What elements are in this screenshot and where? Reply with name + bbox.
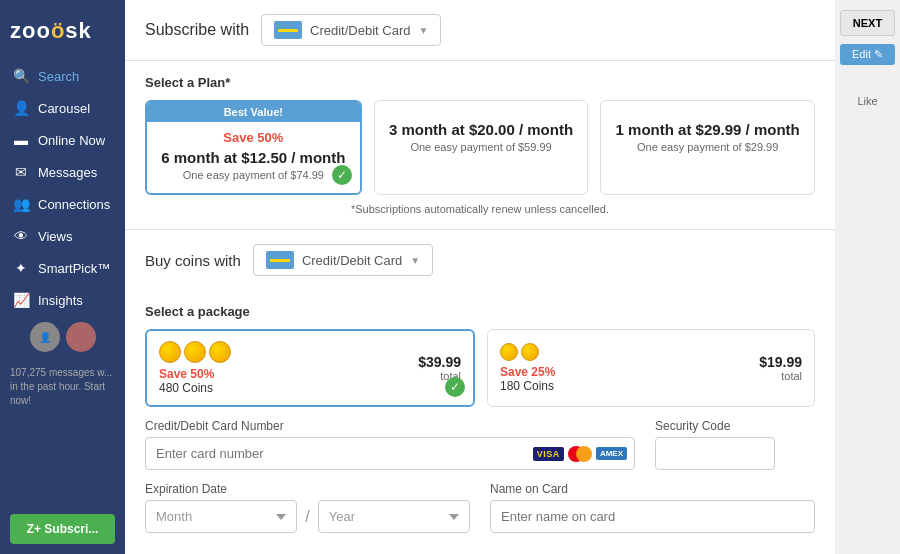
avatar-row: 👤 [20, 316, 106, 358]
package-coins-180: 180 Coins [500, 379, 555, 393]
package-price-180: $19.99 [759, 354, 802, 370]
online-now-icon: ▬ [12, 132, 30, 148]
package-left-480: Save 50% 480 Coins [159, 341, 231, 395]
logo: zooösk [10, 18, 115, 44]
coins-card-icon [266, 251, 294, 269]
insights-icon: 📈 [12, 292, 30, 308]
package-left-180: Save 25% 180 Coins [500, 343, 555, 393]
form-row-2: Expiration Date Month 01020304 05060708 … [145, 482, 815, 533]
main-content: Subscribe with Credit/Debit Card ▼ Selec… [125, 0, 835, 554]
subscribe-button[interactable]: Z+ Subscri... [10, 514, 115, 544]
sidebar-label-carousel: Carousel [38, 101, 90, 116]
card-icon [274, 21, 302, 39]
card-number-wrapper: VISA AMEX [145, 437, 635, 470]
expiry-label: Expiration Date [145, 482, 470, 496]
dropdown-arrow-icon: ▼ [418, 25, 428, 36]
plan-total-3month: One easy payment of $59.99 [387, 141, 576, 153]
messages-icon: ✉ [12, 164, 30, 180]
search-icon: 🔍 [12, 68, 30, 84]
sidebar: zooösk 🔍 Search 👤 Carousel ▬ Online Now … [0, 0, 125, 554]
sidebar-label-online: Online Now [38, 133, 105, 148]
coin-1 [159, 341, 181, 363]
security-code-label: Security Code [655, 419, 815, 433]
amex-logo: AMEX [596, 447, 627, 460]
auto-renew-notice: *Subscriptions automatically renew unles… [145, 203, 815, 215]
sidebar-item-search[interactable]: 🔍 Search [0, 60, 125, 92]
avatar: 👤 [30, 322, 60, 352]
sidebar-label-messages: Messages [38, 165, 97, 180]
coins-icons-180 [500, 343, 555, 361]
package-save-180: Save 25% [500, 365, 555, 379]
connections-icon: 👥 [12, 196, 30, 212]
coins-icons-480 [159, 341, 231, 363]
sidebar-label-insights: Insights [38, 293, 83, 308]
avatar2 [66, 322, 96, 352]
subscribe-payment-method: Credit/Debit Card [310, 23, 410, 38]
package-card-180[interactable]: Save 25% 180 Coins $19.99 total [487, 329, 815, 407]
subscribe-payment-selector[interactable]: Credit/Debit Card ▼ [261, 14, 441, 46]
month-select[interactable]: Month 01020304 05060708 09101112 [145, 500, 297, 533]
mastercard-logo [568, 446, 592, 462]
sidebar-item-smartpick[interactable]: ✦ SmartPick™ [0, 252, 125, 284]
sidebar-label-smartpick: SmartPick™ [38, 261, 110, 276]
plan-section-title: Select a Plan* [145, 75, 815, 90]
security-code-group: Security Code [655, 419, 815, 470]
selected-checkmark-6month: ✓ [332, 165, 352, 185]
name-on-card-input[interactable] [490, 500, 815, 533]
smartpick-icon: ✦ [12, 260, 30, 276]
package-total-180: total [759, 370, 802, 382]
security-code-input[interactable] [655, 437, 775, 470]
package-save-480: Save 50% [159, 367, 231, 381]
plan-card-1month[interactable]: 1 month at $29.99 / month One easy payme… [600, 100, 815, 195]
package-price-480: $39.99 [418, 354, 461, 370]
name-on-card-label: Name on Card [490, 482, 815, 496]
package-cards: Save 50% 480 Coins $39.99 total ✓ Save 2… [145, 329, 815, 407]
sidebar-item-views[interactable]: 👁 Views [0, 220, 125, 252]
next-button[interactable]: NEXT [840, 10, 895, 36]
expiry-group: Expiration Date Month 01020304 05060708 … [145, 482, 470, 533]
coin-s2 [521, 343, 539, 361]
coin-2 [184, 341, 206, 363]
logo-area: zooösk [0, 10, 125, 52]
edit-button[interactable]: Edit ✎ [840, 44, 895, 65]
user-messages-info: 107,275 messages w... in the past hour. … [0, 358, 125, 416]
plan-total-1month: One easy payment of $29.99 [613, 141, 802, 153]
form-row-1: Credit/Debit Card Number VISA AMEX Secur… [145, 419, 815, 470]
plan-card-6month[interactable]: Best Value! Save 50% 6 month at $12.50 /… [145, 100, 362, 195]
coins-payment-selector[interactable]: Credit/Debit Card ▼ [253, 244, 433, 276]
package-card-480[interactable]: Save 50% 480 Coins $39.99 total ✓ [145, 329, 475, 407]
views-icon: 👁 [12, 228, 30, 244]
sidebar-label-connections: Connections [38, 197, 110, 212]
plan-card-3month[interactable]: 3 month at $20.00 / month One easy payme… [374, 100, 589, 195]
year-select[interactable]: Year 202420252026 2027202820292030 [318, 500, 470, 533]
plan-cards: Best Value! Save 50% 6 month at $12.50 /… [145, 100, 815, 195]
card-number-label: Credit/Debit Card Number [145, 419, 635, 433]
save-label-6month: Save 50% [159, 130, 348, 145]
package-section-title: Select a package [145, 304, 815, 319]
sidebar-item-insights[interactable]: 📈 Insights [0, 284, 125, 316]
best-value-banner: Best Value! [147, 102, 360, 122]
sidebar-item-online-now[interactable]: ▬ Online Now [0, 124, 125, 156]
expiry-row: Month 01020304 05060708 09101112 / Year … [145, 500, 470, 533]
plan-price-1month: 1 month at $29.99 / month [613, 121, 802, 138]
coins-payment-method: Credit/Debit Card [302, 253, 402, 268]
subscribe-with-title: Subscribe with [145, 21, 249, 39]
sidebar-item-connections[interactable]: 👥 Connections [0, 188, 125, 220]
plan-total-6month: One easy payment of $74.99 [159, 169, 348, 181]
buy-coins-title: Buy coins with [145, 252, 241, 269]
mc-circle-orange [576, 446, 592, 462]
card-number-group: Credit/Debit Card Number VISA AMEX [145, 419, 635, 470]
sidebar-nav: 🔍 Search 👤 Carousel ▬ Online Now ✉ Messa… [0, 60, 125, 316]
card-logos: VISA AMEX [533, 446, 627, 462]
name-on-card-group: Name on Card [490, 482, 815, 533]
plan-section: Select a Plan* Best Value! Save 50% 6 mo… [125, 61, 835, 229]
plan-price-3month: 3 month at $20.00 / month [387, 121, 576, 138]
sidebar-item-carousel[interactable]: 👤 Carousel [0, 92, 125, 124]
sidebar-item-messages[interactable]: ✉ Messages [0, 156, 125, 188]
visa-logo: VISA [533, 447, 564, 461]
sidebar-bottom: Z+ Subscri... [0, 504, 125, 554]
plan-price-6month: 6 month at $12.50 / month [159, 149, 348, 166]
sidebar-label-search: Search [38, 69, 79, 84]
sidebar-label-views: Views [38, 229, 72, 244]
coins-dropdown-arrow-icon: ▼ [410, 255, 420, 266]
